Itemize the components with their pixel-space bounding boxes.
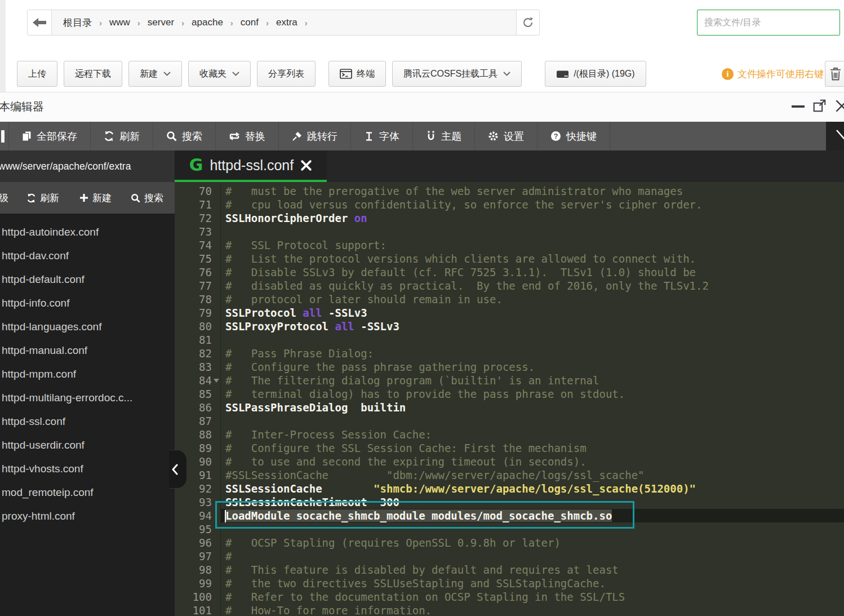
- file-item[interactable]: proxy-html.conf: [0, 504, 175, 528]
- refresh-directory-button[interactable]: [516, 10, 539, 35]
- parent-dir-button[interactable]: 上级: [0, 192, 8, 205]
- code-line[interactable]: 97#: [175, 549, 844, 563]
- tab-httpd-ssl-conf[interactable]: G httpd-ssl.conf: [175, 150, 327, 180]
- code-line[interactable]: 77# disabled as quickly as practical. By…: [175, 279, 844, 293]
- sidebar-collapse-handle[interactable]: [169, 450, 187, 489]
- search-button[interactable]: 搜索: [153, 122, 215, 150]
- file-item[interactable]: httpd-userdir.conf: [0, 433, 175, 457]
- share-list-button[interactable]: 分享列表: [257, 61, 316, 87]
- search-input[interactable]: [697, 10, 840, 36]
- code-editor[interactable]: 70# must be the prerogative of the web s…: [175, 182, 844, 616]
- line-number: 100: [175, 590, 221, 604]
- code-line[interactable]: 86SSLPassPhraseDialog builtin: [175, 401, 844, 414]
- code-line[interactable]: 74# SSL Protocol support:: [175, 238, 844, 252]
- breadcrumb-item[interactable]: conf: [241, 17, 259, 28]
- fold-arrow-icon[interactable]: [214, 379, 219, 383]
- upload-button[interactable]: 上传: [17, 61, 57, 87]
- code-line[interactable]: 82# Pass Phrase Dialog:: [175, 347, 844, 360]
- theme-button[interactable]: 主题: [412, 122, 474, 150]
- file-item[interactable]: httpd-autoindex.conf: [0, 220, 175, 244]
- maximize-button[interactable]: [813, 99, 826, 112]
- code-line[interactable]: 91#SSLSessionCache "dbm:/www/server/apac…: [175, 468, 844, 482]
- code-text: # SSL Protocol support:: [221, 238, 844, 252]
- settings-button[interactable]: 设置: [474, 122, 537, 150]
- code-line[interactable]: 78# protocol or later should remain in u…: [175, 293, 844, 306]
- breadcrumb-item[interactable]: www: [109, 17, 130, 28]
- code-line[interactable]: 84# The filtering dialog program (`built…: [175, 374, 844, 387]
- code-line[interactable]: 85# terminal dialog) has to provide the …: [175, 387, 844, 401]
- file-item[interactable]: httpd-languages.conf: [0, 315, 175, 339]
- cosfs-tool-button[interactable]: 腾讯云COSFS挂载工具: [392, 61, 522, 87]
- file-item[interactable]: httpd-info.conf: [0, 291, 175, 315]
- back-button[interactable]: [28, 10, 52, 35]
- refresh-button[interactable]: 刷新: [90, 122, 153, 150]
- favorites-button[interactable]: 收藏夹: [188, 61, 251, 87]
- chevron-right-icon: ›: [99, 18, 102, 28]
- breadcrumb-item[interactable]: extra: [276, 17, 297, 28]
- code-text: [221, 414, 844, 428]
- code-line[interactable]: 88# Inter-Process Session Cache:: [175, 428, 844, 441]
- code-line[interactable]: 98# This feature is disabled by default …: [175, 563, 844, 577]
- file-item[interactable]: mod_remoteip.conf: [0, 481, 175, 504]
- code-line[interactable]: 83# Configure the pass phrase gathering …: [175, 360, 844, 374]
- code-line[interactable]: 71# cpu load versus confidentiality, so …: [175, 198, 844, 211]
- close-button[interactable]: [835, 99, 844, 113]
- tab-close-icon[interactable]: [300, 159, 312, 171]
- file-item[interactable]: httpd-mpm.conf: [0, 362, 175, 386]
- terminal-icon: [340, 69, 352, 79]
- code-line[interactable]: 80SSLProxyProtocol all -SSLv3: [175, 320, 844, 333]
- code-line[interactable]: 73: [175, 225, 844, 238]
- code-line[interactable]: 93SSLSessionCacheTimeout 300: [175, 495, 844, 509]
- replace-icon: [229, 131, 240, 141]
- code-text: # the two directives SSLUseStapling and …: [221, 577, 844, 590]
- sidebar-search-button[interactable]: 搜索: [131, 192, 163, 205]
- code-line[interactable]: 100# Refer to the documentation on OCSP …: [175, 590, 844, 604]
- code-line[interactable]: 76# Disable SSLv3 by default (cf. RFC 75…: [175, 265, 844, 279]
- line-number: 83: [175, 360, 221, 374]
- new-button[interactable]: 新建: [128, 61, 182, 87]
- terminal-button[interactable]: 终端: [328, 61, 386, 87]
- code-line[interactable]: 87: [175, 414, 844, 428]
- refresh-icon: [522, 16, 534, 29]
- file-item[interactable]: httpd-default.conf: [0, 268, 175, 291]
- file-item[interactable]: httpd-vhosts.conf: [0, 457, 175, 481]
- code-line[interactable]: 96# OCSP Stapling (requires OpenSSL 0.9.…: [175, 536, 844, 549]
- code-line[interactable]: 81: [175, 333, 844, 347]
- code-line[interactable]: 72SSLHonorCipherOrder on: [175, 211, 844, 225]
- file-item[interactable]: httpd-multilang-errordoc.c...: [0, 386, 175, 410]
- font-button[interactable]: 字体: [350, 122, 412, 150]
- goto-line-button[interactable]: 跳转行: [278, 122, 350, 150]
- recycle-bin-button[interactable]: [825, 61, 844, 87]
- sidebar-new-button[interactable]: 新建: [79, 192, 112, 205]
- code-line[interactable]: 99# the two directives SSLUseStapling an…: [175, 577, 844, 590]
- code-line[interactable]: 94LoadModule socache_shmcb_module module…: [175, 509, 844, 522]
- file-type-icon: G: [189, 157, 203, 174]
- breadcrumb-item[interactable]: 根目录: [63, 16, 92, 29]
- breadcrumb: 根目录›www›server›apache›conf›extra›: [52, 10, 516, 35]
- file-item[interactable]: httpd-manual.conf: [0, 339, 175, 362]
- breadcrumb-item[interactable]: apache: [192, 17, 223, 28]
- breadcrumb-item[interactable]: server: [148, 17, 174, 28]
- line-number: 97: [175, 549, 221, 563]
- line-number: 80: [175, 320, 221, 333]
- code-line[interactable]: 70# must be the prerogative of the web s…: [175, 184, 844, 198]
- chevron-right-icon: ›: [181, 18, 184, 28]
- hotkeys-button[interactable]: ? 快捷键: [537, 122, 610, 150]
- code-line[interactable]: 92SSLSessionCache "shmcb:/www/server/apa…: [175, 482, 844, 495]
- code-line[interactable]: 101# How-To for more information.: [175, 604, 844, 616]
- code-line[interactable]: 79SSLProtocol all -SSLv3: [175, 306, 844, 320]
- replace-button[interactable]: 替换: [215, 122, 278, 150]
- sidebar-refresh-button[interactable]: 刷新: [26, 192, 59, 205]
- code-line[interactable]: 95: [175, 522, 844, 536]
- save-all-button[interactable]: 全部保存: [8, 122, 90, 150]
- code-line[interactable]: 89# Configure the SSL Session Cache: Fir…: [175, 441, 844, 455]
- disk-root-button[interactable]: /(根目录) (19G): [545, 61, 646, 87]
- code-text: # disabled as quickly as practical. By t…: [221, 279, 844, 293]
- remote-download-button[interactable]: 远程下载: [64, 61, 122, 87]
- code-line[interactable]: 90# to use and second the expiring timeo…: [175, 455, 844, 468]
- line-number: 95: [175, 522, 221, 536]
- file-item[interactable]: httpd-ssl.conf: [0, 410, 175, 433]
- minimize-button[interactable]: [792, 105, 805, 108]
- code-line[interactable]: 75# List the protocol versions which cli…: [175, 252, 844, 265]
- file-item[interactable]: httpd-dav.conf: [0, 244, 175, 268]
